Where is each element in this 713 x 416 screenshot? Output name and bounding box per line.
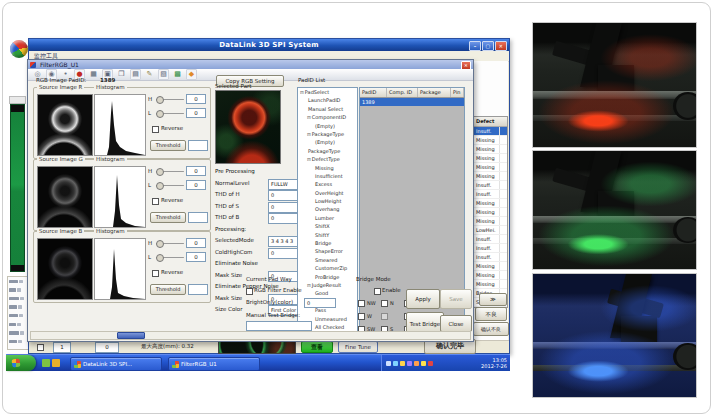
save-button[interactable]: Save [440,289,472,309]
tree-item[interactable]: Smeared [298,256,357,264]
padid-table-selected-row[interactable]: 1389 [360,98,464,106]
volume-tray-icon[interactable] [414,361,419,366]
minimize-icon[interactable]: – [469,41,481,51]
warning-tray-icon[interactable] [421,361,426,366]
display-tray-icon[interactable] [393,361,398,366]
tree-item[interactable]: Bridge [298,239,357,247]
main-window-titlebar[interactable]: DataLink 3D SPI System – ▢ ✕ [29,39,509,51]
l-value-input[interactable]: 0 [186,252,206,262]
l-value-input[interactable]: 0 [186,180,206,190]
tree-item[interactable]: Missing [298,164,357,172]
more-button[interactable]: ≫ [479,293,507,306]
tree-item[interactable]: ⊟DefectType [298,155,357,163]
status-value-1[interactable]: 1 [53,342,71,353]
Insuff.[interactable]: Insuff. [474,253,507,262]
tree-item[interactable]: ⊟JudgeResult [298,281,357,289]
threshold-value-input[interactable] [188,284,208,295]
Missing[interactable]: Missing [474,154,507,163]
close-icon[interactable]: ✕ [495,41,507,51]
Insuff.[interactable]: Insuff. [474,235,507,244]
col-pin[interactable]: Pin [451,88,464,97]
Missing[interactable]: Missing [474,163,507,172]
lamp-icon[interactable]: ◆ [186,69,197,80]
Missing[interactable]: Missing [474,199,507,208]
close-button[interactable]: Close [440,315,472,332]
status-checkbox[interactable] [37,344,44,351]
reverse-checkbox[interactable] [152,198,159,205]
horizontal-scrollbar[interactable] [30,331,471,340]
start-button[interactable] [6,355,36,371]
l-slider[interactable] [156,109,184,117]
layers-icon[interactable]: ▧ [158,69,169,80]
antivirus-tray-icon[interactable] [428,361,433,366]
tree-item[interactable]: CustomerZip [298,264,357,272]
Insuff.[interactable]: Insuff. [474,127,507,136]
scrollbar-thumb[interactable] [117,332,145,339]
h-slider[interactable] [156,95,184,103]
Missing[interactable]: Missing [474,145,507,154]
Missing[interactable]: Missing [474,280,507,289]
tree-item[interactable]: ShiftY [298,231,357,239]
grid-icon[interactable]: ▦ [88,69,99,80]
board-map-green-bar[interactable] [10,104,25,272]
col-padid[interactable]: PadID [360,88,387,97]
status-value-2[interactable]: 0 [95,342,119,353]
tree-item[interactable]: LaunchPadID [298,96,357,104]
Missing[interactable]: Missing [474,262,507,271]
threshold-value-input[interactable] [188,140,208,151]
tree-item[interactable]: ProBridge [298,273,357,281]
table-icon[interactable]: ▤ [130,69,141,80]
input-tray-icon[interactable] [407,361,412,366]
tree-item[interactable]: Insufficient [298,172,357,180]
Missing[interactable]: Missing [474,217,507,226]
window-icon[interactable]: ❐ [116,69,127,80]
threshold-button[interactable]: Threshold [150,140,186,151]
tree-item[interactable]: Lumber [298,214,357,222]
tree-item[interactable]: ShapeError [298,247,357,255]
clock[interactable]: 13:05 2012-7-26 [481,357,507,369]
Missing[interactable]: Missing [474,208,507,217]
defect-table-header[interactable]: Defect [474,117,507,127]
manual-test-bridge-input[interactable] [246,321,312,331]
reverse-checkbox[interactable] [152,126,159,133]
quick-launch-icon[interactable] [52,359,60,367]
rgb-filter-enable-checkbox[interactable] [246,288,253,295]
tree-item[interactable]: ⊟ComponentID [298,113,357,121]
col-comp-id[interactable]: Comp. ID [387,88,418,97]
confirm-ng-button[interactable]: 确认不良 [473,322,509,336]
fine-tune-button[interactable]: Fine Tune [338,341,378,353]
tree-item[interactable]: (Empty) [298,138,357,146]
bridge-direction-checkbox[interactable] [381,313,404,326]
bridge-direction-checkbox[interactable]: N [381,300,404,313]
col-package[interactable]: Package [418,88,451,97]
menu-tab-monitor[interactable]: 监控工具 [29,52,58,59]
LowHei.[interactable]: LowHei. [474,226,507,235]
threshold-button[interactable]: Threshold [150,284,186,295]
apply-button[interactable]: Apply [406,289,440,309]
Insuff.[interactable]: Insuff. [474,190,507,199]
app-logo-icon[interactable] [10,40,28,58]
tree-item[interactable]: ShiftX [298,222,357,230]
tree-item[interactable]: Overhang [298,205,357,213]
tree-item[interactable]: Good [298,289,357,297]
bridge-direction-checkbox[interactable]: NW [358,300,381,313]
Missing[interactable]: Missing [474,271,507,280]
maximize-icon[interactable]: ▢ [482,41,494,51]
h-value-input[interactable]: 0 [186,94,206,104]
ng-button[interactable]: 不良 [475,307,507,321]
bridge-direction-checkbox[interactable]: W [358,313,381,326]
network-tray-icon[interactable] [386,361,391,366]
Missing[interactable]: Missing [474,136,507,145]
quick-launch-icon[interactable] [42,359,50,367]
l-slider[interactable] [156,253,184,261]
threshold-value-input[interactable] [188,212,208,223]
h-value-input[interactable]: 0 [186,238,206,248]
h-value-input[interactable]: 0 [186,166,206,176]
h-slider[interactable] [156,167,184,175]
threshold-button[interactable]: Threshold [150,212,186,223]
l-slider[interactable] [156,181,184,189]
bright-only-input[interactable]: 0 [304,298,336,308]
taskbar-item[interactable]: FilterRGB_U1 [168,357,260,371]
tree-item[interactable]: ⊟PackageType [298,130,357,138]
rgb-map-icon[interactable]: ▩ [172,69,183,80]
